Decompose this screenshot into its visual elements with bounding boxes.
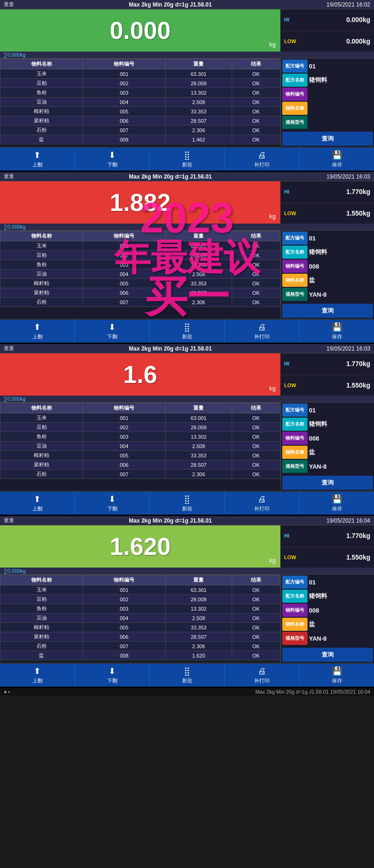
weight-lo-2: LOW 1.550kg xyxy=(280,203,374,224)
query-button-2[interactable]: 查询 xyxy=(282,304,373,318)
footer-btn-4[interactable]: 💾 保存 xyxy=(300,148,374,171)
table-cell-2-1: 003 xyxy=(83,260,165,269)
table-cell-1-1: 002 xyxy=(83,79,165,88)
header-left-1: 重量 xyxy=(4,1,14,8)
table-cell-5-3: OK xyxy=(232,288,280,298)
table-cell-1-0: 豆粕 xyxy=(0,251,83,260)
footer-btn-2[interactable]: ⣿ 新批 xyxy=(150,148,225,171)
sidebar-label-3: 物料名称 xyxy=(282,618,308,631)
table-cell-1-2: 28.009 xyxy=(165,423,232,432)
table-row: 盐0081.620OK xyxy=(0,651,280,660)
table-cell-3-1: 004 xyxy=(83,614,165,623)
table-cell-5-1: 006 xyxy=(83,116,165,126)
table-cell-3-2: 2.508 xyxy=(165,269,232,279)
footer-btn-3[interactable]: 🖨 补打印 xyxy=(225,664,300,687)
footer-btn-1[interactable]: ⬇ 下翻 xyxy=(75,320,150,343)
table-row: 石粉0072.306OK xyxy=(0,298,280,307)
footer-btn-4[interactable]: 💾 保存 xyxy=(300,664,374,687)
footer-btn-2[interactable]: ⣿ 新批 xyxy=(150,664,225,687)
sidebar-value-1: 猪饲料 xyxy=(309,420,373,428)
table-cell-2-0: 鱼粉 xyxy=(0,88,83,97)
table-cell-4-1: 005 xyxy=(83,451,165,460)
footer-btn-0[interactable]: ⬆ 上翻 xyxy=(0,320,75,343)
table-cell-6-3: OK xyxy=(232,298,280,307)
btn-label-2: 新批 xyxy=(182,505,192,512)
sidebar-value-3: 盐 xyxy=(309,620,373,629)
sidebar-value-2: 008 xyxy=(309,435,373,442)
table-header-2: 物料名称物料编号重量结果 xyxy=(0,231,280,241)
footer-btn-0[interactable]: ⬆ 上翻 xyxy=(0,492,75,515)
footer-btn-3[interactable]: 🖨 补打印 xyxy=(225,492,300,515)
table-cell-4-2: 33.353 xyxy=(165,279,232,288)
btn-label-0: 上翻 xyxy=(32,333,43,340)
table-cell-6-2: 2.306 xyxy=(165,126,232,135)
footer-btn-1[interactable]: ⬇ 下翻 xyxy=(75,664,150,687)
table-cell-3-3: OK xyxy=(232,441,280,451)
weight-main-2: 1.882 kg xyxy=(0,181,280,224)
footer-btn-4[interactable]: 💾 保存 xyxy=(300,320,374,343)
btn-label-3: 补打印 xyxy=(254,677,270,684)
query-button-1[interactable]: 查询 xyxy=(282,132,373,146)
table-cell-0-3: OK xyxy=(232,413,280,423)
table-cell-4-0: 棉籽粕 xyxy=(0,451,83,460)
table-cell-5-2: 28.507 xyxy=(165,288,232,298)
lo-value-1: 0.000kg xyxy=(346,37,370,45)
panel-4: 重重 Max 2kg Min 20g d=1g J1.58.01 19/05/2… xyxy=(0,516,374,688)
sidebar-label-4: 规格型号 xyxy=(282,116,308,129)
table-cell-1-2: 28.009 xyxy=(165,79,232,88)
table-cell-6-1: 007 xyxy=(83,298,165,307)
btn-label-3: 补打印 xyxy=(254,333,270,340)
table-cell-1-0: 豆粕 xyxy=(0,423,83,432)
footer-btn-4[interactable]: 💾 保存 xyxy=(300,492,374,515)
table-cell-6-0: 石粉 xyxy=(0,298,83,307)
col-header-1: 物料编号 xyxy=(83,575,165,585)
table-cell-5-0: 菜籽粕 xyxy=(0,632,83,642)
footer-btn-2[interactable]: ⣿ 新批 xyxy=(150,492,225,515)
sidebar-label-0: 配方编号 xyxy=(282,576,308,589)
sidebar-label-2: 物料编号 xyxy=(282,604,308,617)
table-cell-5-0: 菜籽粕 xyxy=(0,116,83,126)
table-cell-2-1: 003 xyxy=(83,604,165,614)
header-right-2: 19/05/2021 16:03 xyxy=(327,173,370,180)
table-cell-1-3: OK xyxy=(232,595,280,604)
sidebar-row-0: 配方编号 01 xyxy=(282,232,373,245)
query-button-4[interactable]: 查询 xyxy=(282,648,373,662)
btn-icon-1: ⬇ xyxy=(109,322,116,332)
table-cell-1-3: OK xyxy=(232,423,280,432)
table-cell-4-3: OK xyxy=(232,451,280,460)
query-button-3[interactable]: 查询 xyxy=(282,476,373,490)
sidebar-value-4: YAN-8 xyxy=(309,291,373,298)
panel-header-1: 重量 Max 2kg Min 20g d=1g J1.58.01 19/05/2… xyxy=(0,0,374,9)
btn-icon-2: ⣿ xyxy=(184,666,190,676)
footer-btn-3[interactable]: 🖨 补打印 xyxy=(225,320,300,343)
zero-line-1: ∑0.000kg xyxy=(0,52,374,59)
sidebar-row-2: 物料编号 008 xyxy=(282,432,373,445)
btn-label-1: 下翻 xyxy=(107,677,117,684)
sidebar-row-0: 配方编号 01 xyxy=(282,404,373,417)
sidebar-label-4: 规格型号 xyxy=(282,632,308,645)
footer-btn-0[interactable]: ⬆ 上翻 xyxy=(0,664,75,687)
footer-btn-2[interactable]: ⣿ 新批 xyxy=(150,320,225,343)
weight-hi-1: HI 0.000kg xyxy=(280,9,374,31)
table-row: 玉米00163.001OK xyxy=(0,413,280,423)
header-center-1: Max 2kg Min 20g d=1g J1.58.01 xyxy=(129,1,212,8)
table-cell-1-2: 28.009 xyxy=(165,595,232,604)
table-row: 鱼粉00313.302OK xyxy=(0,604,280,614)
col-header-0: 物料名称 xyxy=(0,575,83,585)
btn-icon-1: ⬇ xyxy=(109,150,116,160)
header-right-1: 19/05/2021 16:02 xyxy=(327,1,370,8)
footer-btn-3[interactable]: 🖨 补打印 xyxy=(225,148,300,171)
weight-lo-4: LOW 1.550kg xyxy=(280,547,374,568)
weight-area-4: 1.620 kg HI 1.770kg LOW 1.550kg xyxy=(0,525,374,568)
footer-btns-1: ⬆ 上翻 ⬇ 下翻 ⣿ 新批 🖨 补打印 💾 保存 xyxy=(0,147,374,171)
col-header-1: 物料编号 xyxy=(83,403,165,413)
footer-btn-1[interactable]: ⬇ 下翻 xyxy=(75,148,150,171)
col-header-3: 结果 xyxy=(232,59,280,69)
weight-hi-2: HI 1.770kg xyxy=(280,181,374,203)
table-section-3: 物料名称物料编号重量结果 玉米00163.001OK 豆粕00228.009OK… xyxy=(0,403,280,491)
btn-label-1: 下翻 xyxy=(107,333,117,340)
footer-btn-1[interactable]: ⬇ 下翻 xyxy=(75,492,150,515)
hi-value-3: 1.770kg xyxy=(346,360,370,367)
footer-btn-0[interactable]: ⬆ 上翻 xyxy=(0,148,75,171)
sidebar-value-4: YAN-8 xyxy=(309,635,373,642)
